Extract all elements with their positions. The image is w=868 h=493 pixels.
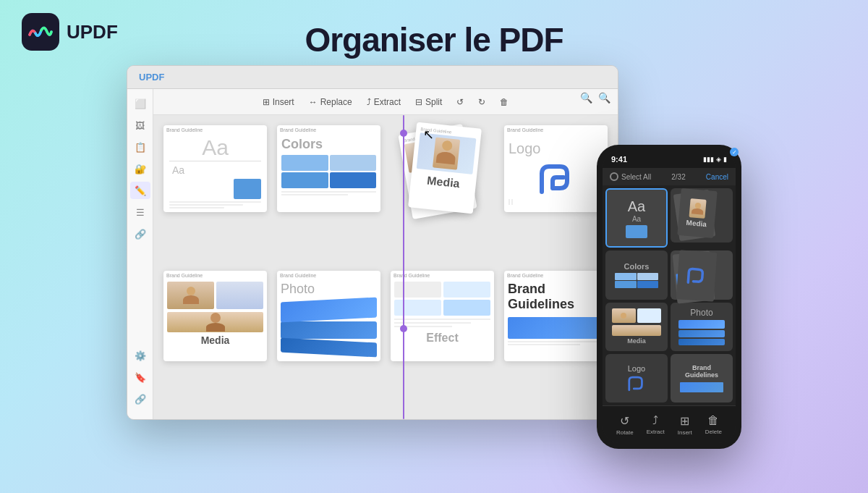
sidebar-icon-pages2[interactable]: 📋 — [130, 138, 150, 156]
pdf-page-7[interactable]: Brand Guideline — [391, 271, 494, 361]
zoom-out-icon[interactable]: 🔍 — [580, 92, 592, 104]
mobile-phone: 9:41 ▮▮▮ ◈ ▮ Select All 2/32 Cancel — [597, 145, 741, 449]
window-titlebar: UPDF — [127, 66, 618, 89]
effect-shape-3 — [281, 337, 377, 357]
phone-page-4[interactable]: BrandGuidelines — [671, 250, 733, 299]
pdf-page-8[interactable]: Brand Guideline BrandGuidelines — [504, 271, 608, 361]
sidebar-icon-bookmark[interactable]: 🔖 — [130, 368, 150, 386]
phone-page-3[interactable]: Colors — [605, 250, 668, 299]
extract-icon: ⤴ — [652, 414, 658, 427]
blue-color-block — [234, 179, 261, 199]
page-6-label: Brand Guideline — [277, 271, 380, 278]
pdf-page-6[interactable]: Brand Guideline Photo — [277, 271, 380, 361]
phone-page-8-block — [680, 382, 723, 392]
phone-page-1[interactable]: Aa Aa ✓ — [605, 188, 668, 248]
sidebar-icon-image[interactable]: 🖼 — [130, 117, 150, 134]
replace-button[interactable]: ↔ Replace — [309, 97, 352, 107]
phone-page-2[interactable]: Media Media — [671, 188, 733, 243]
sidebar-icon-edit[interactable]: ✏️ — [130, 182, 150, 199]
pdf-page-1[interactable]: Brand Guideline Aa Aa — [163, 125, 267, 212]
typography-aa-text: Aa — [169, 137, 261, 161]
page-7-grid — [394, 282, 490, 316]
sidebar-icon-settings[interactable]: ⚙️ — [130, 347, 150, 364]
delete-icon: 🗑 — [707, 414, 719, 427]
phone-page-6-photo: Photo — [690, 308, 712, 318]
phone-page-2-front: Media — [677, 188, 717, 238]
phone-rotate-button[interactable]: ↺ Rotate — [616, 414, 634, 436]
sidebar-icon-lock[interactable]: 🔐 — [130, 160, 150, 177]
rotate-left-button[interactable]: ↺ — [456, 97, 464, 107]
logo-shape-area — [509, 161, 603, 198]
phone-page-5-media: Media — [627, 337, 646, 345]
color-block-2 — [330, 155, 377, 171]
colors-grid — [281, 155, 376, 188]
sidebar-icon-link2[interactable]: 🔗 — [130, 390, 150, 408]
replace-label: Replace — [320, 97, 352, 107]
pdf-page-3-front[interactable]: Brand Guideline Media — [408, 122, 482, 214]
delete-button[interactable]: 🗑 — [500, 97, 509, 107]
header: Organiser le PDF — [0, 0, 868, 59]
phone-colors-grid — [615, 273, 658, 288]
rotate-left-icon: ↺ — [456, 97, 464, 107]
phone-page-7[interactable]: Logo — [605, 354, 668, 403]
mobile-phone-container: 9:41 ▮▮▮ ◈ ▮ Select All 2/32 Cancel — [597, 94, 741, 449]
colors-title: Colors — [281, 137, 323, 152]
pdf-page-2[interactable]: Brand Guideline Colors — [277, 125, 380, 212]
color-block-1 — [281, 155, 328, 171]
sidebar-icon-list[interactable]: ☰ — [130, 203, 150, 221]
phone-cancel-button[interactable]: Cancel — [706, 173, 728, 181]
phone-delete-button[interactable]: 🗑 Delete — [705, 414, 722, 435]
page-5-media-text: Media — [167, 334, 263, 346]
extract-icon: ⤴ — [367, 97, 371, 107]
photo-title: Photo — [281, 282, 377, 297]
select-all-circle[interactable] — [610, 172, 618, 181]
phone-page-5-person2 — [612, 325, 662, 336]
phone-screen: 9:41 ▮▮▮ ◈ ▮ Select All 2/32 Cancel — [603, 151, 736, 443]
phone-logo-svg — [627, 375, 646, 392]
phone-page-6-shapes — [678, 320, 726, 345]
sidebar-bottom: ⚙️ 🔖 🔗 — [130, 347, 150, 413]
phone-extract-button[interactable]: ⤴ Extract — [647, 414, 665, 435]
page-2-label: Brand Guideline — [277, 125, 380, 132]
phone-page-5[interactable]: Media — [605, 303, 668, 351]
pdf-toolbar: ⊞ Insert ↔ Replace ⤴ Extract ⊟ — [153, 89, 618, 115]
insert-icon: ⊞ — [263, 97, 270, 107]
person-photo-1 — [167, 282, 214, 309]
phone-page-3-colors: Colors — [624, 262, 650, 271]
logo-svg — [538, 163, 574, 195]
cursor-icon: ↖ — [423, 127, 434, 143]
sidebar-icon-link[interactable]: 🔗 — [130, 225, 150, 243]
page-8-label: Brand Guideline — [504, 271, 608, 278]
replace-icon: ↔ — [309, 97, 318, 107]
app-logo-icon — [22, 13, 59, 51]
photo-placeholder-2 — [216, 282, 263, 309]
app-logo-text: UPDF — [67, 21, 118, 43]
media-text-front: Media — [414, 173, 472, 192]
insert-label: Insert — [273, 97, 294, 107]
rotate-right-button[interactable]: ↻ — [478, 97, 485, 107]
extract-label: Extract — [647, 429, 665, 435]
phone-select-all[interactable]: Select All — [610, 172, 651, 181]
insert-button[interactable]: ⊞ Insert — [263, 97, 294, 107]
extract-button[interactable]: ⤴ Extract — [367, 97, 401, 107]
pdf-page-5[interactable]: Brand Guideline — [163, 271, 267, 361]
phone-insert-button[interactable]: ⊞ Insert — [678, 414, 692, 436]
color-block-4 — [330, 172, 377, 188]
split-button[interactable]: ⊟ Split — [415, 97, 442, 107]
phone-page-8[interactable]: BrandGuidelines — [671, 354, 733, 403]
insert-icon: ⊞ — [680, 414, 689, 428]
pdf-page-4[interactable]: Brand Guideline Logo — [504, 125, 608, 212]
phone-page-1-aa: Aa — [628, 198, 645, 215]
effect-shape-2 — [281, 321, 377, 339]
sidebar-icon-page[interactable]: ⬜ — [130, 95, 150, 112]
phone-page-6[interactable]: Photo — [671, 303, 733, 351]
page-7-content: Effect — [391, 278, 494, 361]
phone-brand-front — [676, 250, 718, 302]
phone-page-8-brand: BrandGuidelines — [685, 364, 718, 380]
page-title: Organiser le PDF — [305, 20, 563, 59]
wifi-icon: ◈ — [716, 156, 721, 163]
titlebar-brand: UPDF — [139, 72, 164, 83]
color-block-3 — [281, 172, 328, 188]
page-7-label: Brand Guideline — [391, 271, 494, 278]
phone-page-5-photos — [612, 308, 662, 323]
